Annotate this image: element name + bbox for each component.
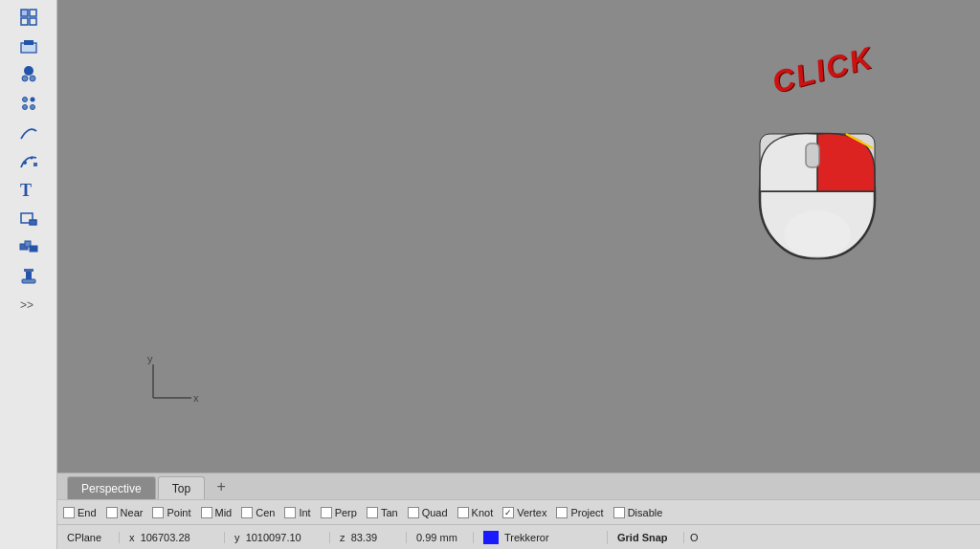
- move-tool-button[interactable]: [13, 33, 44, 59]
- select-tool-button[interactable]: [13, 4, 44, 31]
- more-tools-button[interactable]: >>: [13, 291, 44, 318]
- svg-point-13: [23, 161, 27, 165]
- snap-perp-label: Perp: [335, 507, 357, 518]
- svg-text:y: y: [147, 355, 153, 364]
- snap-cen-label: Cen: [256, 507, 275, 518]
- tab-bar: Perspective Top +: [57, 472, 980, 499]
- snap-vertex[interactable]: Vertex: [502, 507, 546, 518]
- status-unit: 0.99 mm: [407, 532, 474, 543]
- snap-project-label: Project: [570, 507, 603, 518]
- status-x-label: x: [129, 532, 135, 543]
- small-dots-button[interactable]: [13, 90, 44, 117]
- svg-point-6: [24, 66, 33, 76]
- snap-end[interactable]: End: [63, 507, 97, 518]
- status-y-value: 1010097.10: [246, 532, 301, 543]
- svg-rect-21: [30, 246, 37, 252]
- snap-near-checkbox[interactable]: [106, 507, 118, 518]
- snap-project[interactable]: Project: [556, 507, 603, 518]
- snap-tan-label: Tan: [381, 507, 398, 518]
- svg-text:>>: >>: [20, 298, 33, 312]
- snap-mid-label: Mid: [215, 507, 233, 518]
- curve-tool-button[interactable]: [13, 119, 44, 145]
- status-cplane[interactable]: CPlane: [57, 532, 120, 543]
- status-x-value: 106703.28: [141, 532, 190, 543]
- svg-rect-32: [806, 143, 819, 167]
- snap-cen[interactable]: Cen: [241, 507, 275, 518]
- snap-knot-label: Knot: [472, 507, 494, 518]
- svg-point-12: [30, 105, 34, 110]
- svg-point-10: [30, 98, 34, 102]
- snap-mid-checkbox[interactable]: [201, 507, 212, 518]
- axis-indicator: x y: [134, 355, 201, 415]
- arc-tool-button[interactable]: [13, 147, 44, 174]
- svg-rect-18: [30, 220, 36, 225]
- snap-cen-checkbox[interactable]: [241, 507, 253, 518]
- status-x: x 106703.28: [120, 532, 225, 543]
- svg-point-33: [784, 210, 851, 258]
- add-viewport-button[interactable]: +: [211, 476, 232, 497]
- status-gridsnap[interactable]: Grid Snap: [608, 532, 684, 543]
- snap-near-label: Near: [121, 507, 144, 518]
- group-tool-button[interactable]: [13, 233, 44, 260]
- svg-rect-3: [30, 18, 36, 25]
- svg-rect-15: [33, 163, 37, 166]
- svg-rect-0: [21, 10, 28, 16]
- status-last: O: [684, 532, 704, 543]
- svg-text:T: T: [20, 181, 32, 200]
- snap-disable-label: Disable: [628, 507, 663, 518]
- snap-perp[interactable]: Perp: [321, 507, 357, 518]
- snap-point-label: Point: [167, 507, 190, 518]
- snap-point-checkbox[interactable]: [152, 507, 164, 518]
- rectangle-tool-button[interactable]: [13, 205, 44, 231]
- status-y-label: y: [234, 532, 240, 543]
- circles-tool-button[interactable]: [13, 61, 44, 88]
- status-bar: CPlane x 106703.28 y 1010097.10 z 83.39 …: [57, 524, 980, 549]
- snap-int-checkbox[interactable]: [284, 507, 296, 518]
- snap-disable-checkbox[interactable]: [613, 507, 625, 518]
- status-z: z 83.39: [330, 532, 407, 543]
- svg-rect-5: [24, 40, 33, 45]
- status-y: y 1010097.10: [225, 532, 330, 543]
- main-layout: T >>: [0, 0, 980, 549]
- viewport-area: x y: [57, 0, 980, 549]
- snap-mid[interactable]: Mid: [201, 507, 233, 518]
- text-tool-button[interactable]: T: [13, 176, 44, 203]
- snap-int-label: Int: [299, 507, 310, 518]
- svg-text:x: x: [193, 392, 199, 404]
- status-z-value: 83.39: [351, 532, 378, 543]
- snap-perp-checkbox[interactable]: [321, 507, 332, 518]
- snap-end-checkbox[interactable]: [63, 507, 75, 518]
- snap-bar: End Near Point Mid Cen: [57, 499, 980, 524]
- perspective-tab[interactable]: Perspective: [67, 476, 156, 499]
- snap-project-checkbox[interactable]: [556, 507, 568, 518]
- snap-point[interactable]: Point: [152, 507, 190, 518]
- snap-quad-checkbox[interactable]: [408, 507, 419, 518]
- svg-rect-22: [22, 279, 35, 283]
- snap-quad[interactable]: Quad: [408, 507, 448, 518]
- svg-point-11: [22, 105, 27, 110]
- snap-tan-checkbox[interactable]: [367, 507, 378, 518]
- snap-knot-checkbox[interactable]: [457, 507, 469, 518]
- svg-rect-1: [30, 10, 36, 16]
- left-toolbar: T >>: [0, 0, 57, 549]
- snap-near[interactable]: Near: [106, 507, 144, 518]
- snap-tan[interactable]: Tan: [367, 507, 398, 518]
- svg-point-7: [22, 76, 28, 81]
- snap-disable[interactable]: Disable: [613, 507, 663, 518]
- paint-tool-button[interactable]: [13, 262, 44, 289]
- snap-end-label: End: [78, 507, 97, 518]
- snap-knot[interactable]: Knot: [457, 507, 494, 518]
- svg-point-14: [30, 157, 33, 160]
- viewport-canvas[interactable]: x y: [57, 0, 980, 472]
- snap-quad-label: Quad: [422, 507, 448, 518]
- snap-vertex-label: Vertex: [517, 507, 546, 518]
- snap-int[interactable]: Int: [284, 507, 310, 518]
- snap-vertex-checkbox[interactable]: [502, 507, 514, 518]
- svg-rect-2: [21, 18, 28, 25]
- top-tab[interactable]: Top: [158, 476, 205, 499]
- svg-point-8: [30, 76, 35, 81]
- status-z-label: z: [340, 532, 345, 543]
- layer-color-swatch: [483, 531, 499, 544]
- status-layer[interactable]: Trekkeror: [474, 531, 608, 544]
- svg-point-9: [22, 98, 27, 102]
